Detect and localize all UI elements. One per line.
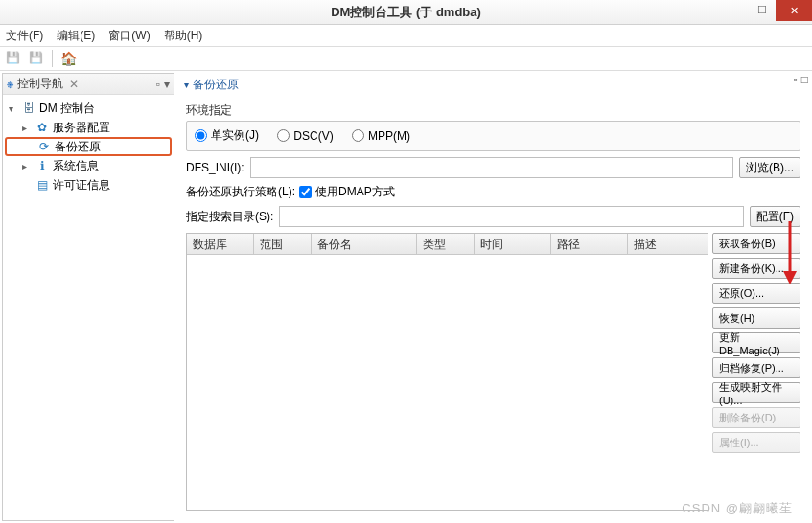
col-name[interactable]: 备份名 xyxy=(312,234,417,254)
menu-window[interactable]: 窗口(W) xyxy=(108,28,150,44)
saveall-icon[interactable]: 💾 xyxy=(29,51,44,66)
strategy-label: 备份还原执行策略(L): xyxy=(186,184,295,200)
tree-label: 服务器配置 xyxy=(53,120,110,136)
panel-min-icon[interactable]: ▫ xyxy=(793,73,797,86)
radio-mpp[interactable]: MPP(M) xyxy=(352,129,410,143)
tree-server-config[interactable]: ▸ ✿ 服务器配置 xyxy=(5,118,172,137)
tree-label: 许可证信息 xyxy=(53,177,110,193)
col-time[interactable]: 时间 xyxy=(475,234,551,254)
radio-dsc-input[interactable] xyxy=(277,129,290,142)
maximize-button[interactable]: ☐ xyxy=(749,0,776,19)
chevron-down-icon: ▾ xyxy=(184,80,189,90)
col-type[interactable]: 类型 xyxy=(417,234,475,254)
toolbar: 💾 💾 🏠 xyxy=(0,46,812,71)
twisty-icon[interactable]: ▸ xyxy=(22,161,32,171)
gen-map-button[interactable]: 生成映射文件(U)... xyxy=(712,382,800,403)
menu-edit[interactable]: 编辑(E) xyxy=(57,28,95,44)
delete-backup-button: 删除备份(D) xyxy=(712,407,800,428)
properties-button: 属性(I)... xyxy=(712,432,800,453)
radio-dsc[interactable]: DSC(V) xyxy=(277,129,333,143)
search-dir-input[interactable] xyxy=(279,206,743,227)
nav-panel: ⎈ 控制导航 ✕ ▫ ▾ ▾ 🗄 DM 控制台 ▸ ✿ 服务器配置 ⟳ 备份还原 xyxy=(2,73,174,521)
env-radio-group: 单实例(J) DSC(V) MPP(M) xyxy=(186,121,800,151)
tree-label: 备份还原 xyxy=(55,139,101,155)
toolbar-separator xyxy=(52,50,53,67)
nav-header: ⎈ 控制导航 ✕ ▫ ▾ xyxy=(3,74,174,95)
nav-tree: ▾ 🗄 DM 控制台 ▸ ✿ 服务器配置 ⟳ 备份还原 ▸ ℹ 系统信息 xyxy=(3,95,174,198)
nav-title: 控制导航 xyxy=(17,76,63,92)
archive-fix-button[interactable]: 归档修复(P)... xyxy=(712,357,800,378)
radio-mpp-input[interactable] xyxy=(352,129,364,142)
update-magic-button[interactable]: 更新DB_Magic(J) xyxy=(712,332,800,353)
browse-button[interactable]: 浏览(B)... xyxy=(739,157,800,178)
recover-button[interactable]: 恢复(H) xyxy=(712,307,800,329)
table-header: 数据库 范围 备份名 类型 时间 路径 描述 xyxy=(187,234,708,255)
nav-close-x[interactable]: ✕ xyxy=(69,78,79,91)
backup-table[interactable]: 数据库 范围 备份名 类型 时间 路径 描述 xyxy=(186,233,708,511)
home-icon[interactable]: 🏠 xyxy=(60,51,77,66)
window-title: DM控制台工具 (于 dmdba) xyxy=(331,4,481,21)
radio-single-input[interactable] xyxy=(195,129,207,142)
minimize-button[interactable]: — xyxy=(722,0,749,19)
menu-help[interactable]: 帮助(H) xyxy=(164,28,203,44)
tree-root-label: DM 控制台 xyxy=(39,101,95,117)
svg-marker-1 xyxy=(783,271,797,284)
menu-file[interactable]: 文件(F) xyxy=(6,28,43,44)
gear-icon: ✿ xyxy=(35,121,49,134)
col-db[interactable]: 数据库 xyxy=(187,234,254,254)
tree-license-info[interactable]: ▤ 许可证信息 xyxy=(5,175,172,194)
tree-root[interactable]: ▾ 🗄 DM 控制台 xyxy=(5,99,172,118)
panel-max-icon[interactable]: □ xyxy=(801,73,808,86)
env-label: 环境指定 xyxy=(186,99,800,121)
info-icon: ℹ xyxy=(35,159,49,172)
menu-bar: 文件(F) 编辑(E) 窗口(W) 帮助(H) xyxy=(0,25,812,46)
panel-controls: ▫ □ xyxy=(793,73,808,86)
radio-single[interactable]: 单实例(J) xyxy=(195,127,259,144)
tree-label: 系统信息 xyxy=(53,158,99,174)
main-panel: ▫ □ ▾ 备份还原 环境指定 单实例(J) DSC(V) MPP(M) DFS… xyxy=(176,71,810,523)
col-desc[interactable]: 描述 xyxy=(628,234,708,254)
twisty-icon[interactable]: ▸ xyxy=(22,123,32,133)
watermark: CSDN @翩翩曦苼 xyxy=(682,500,793,517)
dfs-ini-label: DFS_INI(I): xyxy=(186,161,244,174)
search-dir-label: 指定搜索目录(S): xyxy=(186,209,273,225)
col-path[interactable]: 路径 xyxy=(551,234,628,254)
tree-system-info[interactable]: ▸ ℹ 系统信息 xyxy=(5,156,172,175)
section-title-text: 备份还原 xyxy=(193,77,239,93)
tree-backup-restore[interactable]: ⟳ 备份还原 xyxy=(5,137,172,156)
dfs-ini-input[interactable] xyxy=(250,157,733,178)
backup-icon: ⟳ xyxy=(37,140,51,153)
save-icon[interactable]: 💾 xyxy=(6,51,21,66)
title-bar: DM控制台工具 (于 dmdba) — ☐ ✕ xyxy=(0,0,812,25)
annotation-arrow xyxy=(781,219,799,289)
section-header[interactable]: ▾ 备份还原 xyxy=(176,71,810,95)
nav-compass-icon: ⎈ xyxy=(7,78,13,91)
strategy-checkbox[interactable] xyxy=(299,186,312,198)
col-scope[interactable]: 范围 xyxy=(254,234,312,254)
nav-min-icon[interactable]: ▫ xyxy=(156,78,160,91)
database-icon: 🗄 xyxy=(22,102,35,115)
strategy-checkbox-label: 使用DMAP方式 xyxy=(315,184,395,200)
window-controls: — ☐ ✕ xyxy=(722,0,812,21)
twisty-icon[interactable]: ▾ xyxy=(9,103,18,114)
license-icon: ▤ xyxy=(35,178,49,192)
nav-menu-icon[interactable]: ▾ xyxy=(164,78,170,91)
close-button[interactable]: ✕ xyxy=(776,0,812,21)
